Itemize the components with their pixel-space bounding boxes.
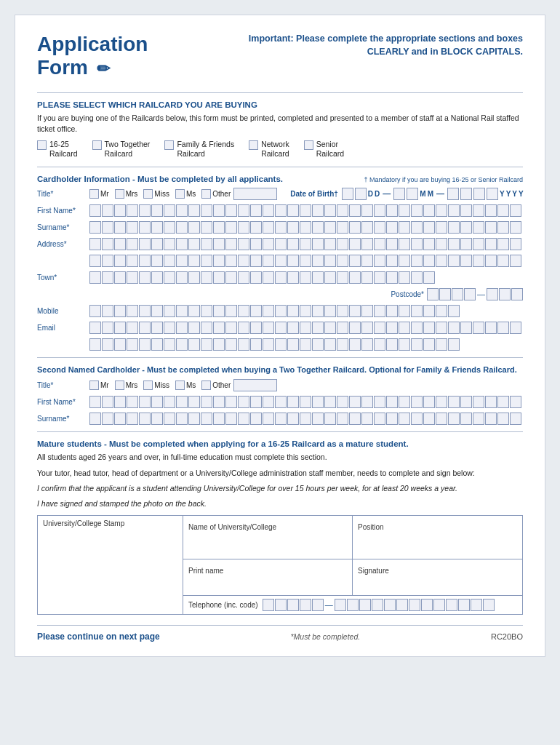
fn-b22[interactable] (349, 204, 361, 217)
em2-b14[interactable] (250, 338, 262, 351)
fn-b7[interactable] (164, 204, 175, 217)
mob-b30[interactable] (448, 305, 460, 317)
tel-b8[interactable] (359, 599, 371, 611)
sfn-b16[interactable] (275, 396, 287, 408)
sfn-b5[interactable] (139, 396, 151, 408)
fn-b17[interactable] (287, 204, 299, 217)
fn-b31[interactable] (460, 204, 472, 217)
sfn-b23[interactable] (361, 396, 373, 408)
ssn-b27[interactable] (411, 413, 423, 425)
ssn-b1[interactable] (89, 413, 101, 425)
ssn-b12[interactable] (225, 413, 237, 425)
em-b19[interactable] (312, 322, 324, 334)
ssn-b4[interactable] (127, 413, 138, 425)
em-b24[interactable] (374, 322, 385, 334)
em2-b15[interactable] (263, 338, 274, 351)
sfn-b28[interactable] (423, 396, 435, 408)
tel-b5[interactable] (312, 599, 324, 611)
town-b6[interactable] (151, 271, 163, 284)
ssn-b3[interactable] (114, 413, 126, 425)
town-b28[interactable] (423, 271, 435, 284)
em-b9[interactable] (188, 322, 200, 334)
addr2-b13[interactable] (238, 255, 249, 267)
fn-b19[interactable] (312, 204, 324, 217)
addr2-b2[interactable] (102, 255, 113, 267)
em-b17[interactable] (287, 322, 299, 334)
pc-b6[interactable] (499, 288, 511, 300)
sfn-b2[interactable] (102, 396, 113, 408)
tel-b16[interactable] (458, 599, 470, 611)
em2-b26[interactable] (399, 338, 410, 351)
addr1-b18[interactable] (300, 238, 311, 250)
tel-b10[interactable] (384, 599, 396, 611)
em-b32[interactable] (473, 322, 484, 334)
railcard-checkbox-senior[interactable] (304, 140, 313, 150)
town-b1[interactable] (89, 271, 101, 284)
em-b23[interactable] (361, 322, 373, 334)
town-b22[interactable] (349, 271, 361, 284)
addr1-b4[interactable] (127, 238, 138, 250)
em-b4[interactable] (127, 322, 138, 334)
tel-b17[interactable] (471, 599, 482, 611)
em-b27[interactable] (411, 322, 423, 334)
town-b20[interactable] (324, 271, 336, 284)
addr1-b27[interactable] (411, 238, 423, 250)
addr1-b33[interactable] (485, 238, 497, 250)
pc-b3[interactable] (452, 288, 463, 300)
sn-b17[interactable] (287, 221, 299, 234)
em-b22[interactable] (349, 322, 361, 334)
fn-b35[interactable] (510, 204, 521, 217)
sfn-b18[interactable] (300, 396, 311, 408)
em2-b24[interactable] (374, 338, 385, 351)
town-b8[interactable] (176, 271, 188, 284)
mob-b20[interactable] (324, 305, 336, 317)
em2-b11[interactable] (213, 338, 225, 351)
sn-b6[interactable] (151, 221, 163, 234)
addr2-b6[interactable] (151, 255, 163, 267)
em2-b6[interactable] (151, 338, 163, 351)
town-b25[interactable] (386, 271, 398, 284)
ssn-b35[interactable] (510, 413, 521, 425)
sfn-b24[interactable] (374, 396, 385, 408)
dob-m2[interactable] (407, 188, 418, 200)
mob-b4[interactable] (127, 305, 138, 317)
addr1-b20[interactable] (324, 238, 336, 250)
ssn-b11[interactable] (213, 413, 225, 425)
ssn-b21[interactable] (337, 413, 348, 425)
radio-mrs[interactable] (115, 189, 124, 199)
fn-b8[interactable] (176, 204, 188, 217)
em2-b13[interactable] (238, 338, 249, 351)
em-b6[interactable] (151, 322, 163, 334)
sn-b30[interactable] (448, 221, 460, 234)
em2-b16[interactable] (275, 338, 287, 351)
addr2-b31[interactable] (460, 255, 472, 267)
em-b3[interactable] (114, 322, 126, 334)
fn-b10[interactable] (201, 204, 212, 217)
town-b23[interactable] (361, 271, 373, 284)
sn-b8[interactable] (176, 221, 188, 234)
fn-b24[interactable] (374, 204, 385, 217)
sn-b9[interactable] (188, 221, 200, 234)
ssn-b18[interactable] (300, 413, 311, 425)
addr1-b35[interactable] (510, 238, 521, 250)
mob-b25[interactable] (386, 305, 398, 317)
addr1-b29[interactable] (436, 238, 447, 250)
sn-b33[interactable] (485, 221, 497, 234)
em-b28[interactable] (423, 322, 435, 334)
sn-b12[interactable] (225, 221, 237, 234)
addr1-b6[interactable] (151, 238, 163, 250)
ssn-b26[interactable] (399, 413, 410, 425)
em2-b2[interactable] (102, 338, 113, 351)
addr2-b27[interactable] (411, 255, 423, 267)
radio-other[interactable] (201, 189, 211, 199)
em2-b1[interactable] (89, 338, 101, 351)
mob-b13[interactable] (238, 305, 249, 317)
ssn-b20[interactable] (324, 413, 336, 425)
sfn-b11[interactable] (213, 396, 225, 408)
fn-b27[interactable] (411, 204, 423, 217)
mob-b3[interactable] (114, 305, 126, 317)
addr2-b23[interactable] (361, 255, 373, 267)
mob-b11[interactable] (213, 305, 225, 317)
addr2-b29[interactable] (436, 255, 447, 267)
tel-b3[interactable] (287, 599, 299, 611)
